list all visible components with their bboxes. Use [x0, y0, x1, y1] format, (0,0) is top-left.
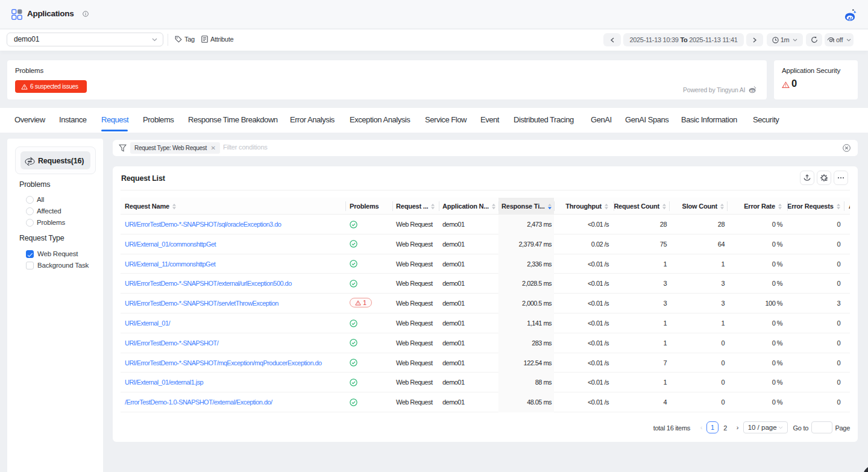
svg-text:AI: AI: [848, 16, 852, 20]
svg-text:AI: AI: [751, 90, 753, 93]
